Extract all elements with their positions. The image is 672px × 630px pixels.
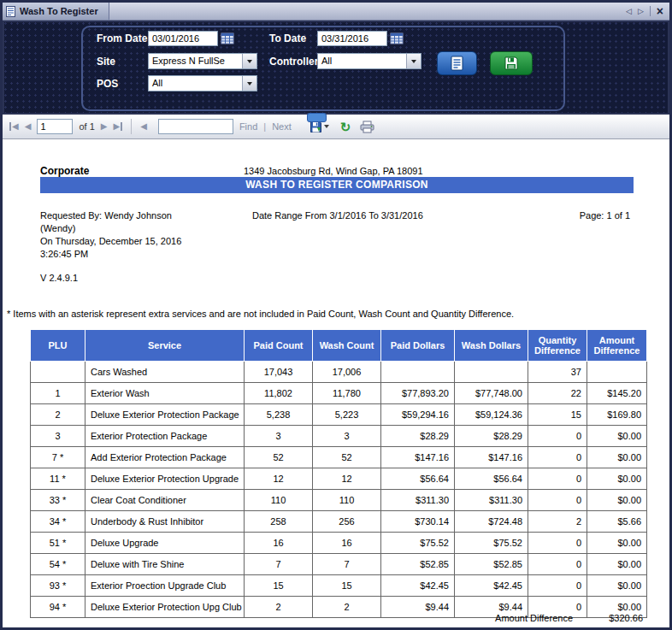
table-cell: 52: [313, 447, 381, 468]
table-cell: $75.52: [455, 533, 528, 554]
table-cell: [381, 362, 455, 383]
table-cell: $42.45: [455, 575, 528, 597]
floppy-disk-icon: [504, 56, 519, 71]
requested-by-line: On Thursday, December 15, 2016: [40, 235, 181, 248]
view-report-button[interactable]: [437, 51, 477, 75]
controller-label: Controller: [269, 56, 318, 68]
table-cell: 16: [313, 533, 381, 554]
table-cell: 1: [31, 383, 85, 404]
table-cell: $169.80: [587, 404, 647, 426]
titlebar: Wash To Register ◁ ▷ ×: [3, 3, 669, 21]
from-date-label: From Date: [97, 32, 147, 44]
next-page-icon[interactable]: ▶: [101, 122, 108, 131]
export-button[interactable]: [309, 121, 329, 133]
table-row: 51 *Deluxe Upgrade1616$75.52$75.520$0.00: [31, 533, 647, 554]
date-range-label: Date Range From 3/1/2016 To 3/31/2016: [252, 210, 423, 221]
app-window: Wash To Register ◁ ▷ × From Date To Date: [0, 0, 672, 630]
refresh-icon[interactable]: ↻: [340, 121, 351, 133]
table-row: 1Exterior Wash11,80211,780$77,893.20$77,…: [31, 383, 647, 404]
table-cell: $52.85: [381, 554, 455, 575]
table-cell: 3: [31, 426, 85, 447]
table-cell: $28.29: [381, 426, 455, 447]
pos-select-value: All: [149, 76, 242, 91]
table-row: 33 *Clear Coat Conditioner110110$311.30$…: [31, 490, 647, 511]
report-title-banner: WASH TO REGISTER COMPARISON: [40, 177, 634, 193]
column-header-wash-dollars: Wash Dollars: [455, 330, 528, 362]
table-cell: 3: [245, 426, 313, 447]
table-cell: 22: [528, 383, 587, 404]
controller-select[interactable]: All: [317, 53, 421, 69]
last-page-icon[interactable]: ▶: [113, 122, 122, 131]
export-disk-icon: [309, 121, 322, 133]
table-cell: $5.66: [587, 511, 647, 533]
table-cell: $0.00: [587, 426, 647, 447]
previous-page-icon[interactable]: ◀: [25, 122, 32, 131]
table-cell: 5,238: [245, 404, 313, 426]
search-input[interactable]: [158, 119, 233, 134]
dropdown-arrow-icon[interactable]: [242, 54, 256, 68]
table-cell: 110: [313, 490, 381, 511]
table-cell: 3: [313, 426, 381, 447]
table-cell: [587, 362, 647, 383]
table-cell: $0.00: [587, 533, 647, 554]
report-document-icon: [451, 56, 463, 71]
table-cell: $145.20: [587, 383, 647, 404]
to-date-calendar-icon[interactable]: [390, 32, 404, 45]
find-link[interactable]: Find: [239, 121, 257, 132]
window-title: Wash To Register: [20, 6, 98, 16]
table-cell: $56.64: [455, 468, 528, 490]
site-select[interactable]: Express N FullSe: [148, 53, 257, 69]
requested-by-block: Requested By: Wendy Johnson (Wendy) On T…: [40, 209, 181, 261]
titlebar-separator: [650, 6, 651, 16]
to-date-label: To Date: [269, 32, 306, 44]
table-cell: $59,294.16: [381, 404, 455, 426]
table-row: 54 *Deluxe with Tire Shine77$52.85$52.85…: [31, 554, 647, 575]
table-cell: 7: [245, 554, 313, 575]
dropdown-arrow-icon[interactable]: [242, 76, 256, 91]
table-cell: [455, 362, 528, 383]
table-cell: Add Exterior Protection Package: [85, 447, 245, 468]
report-page: Corporate 1349 Jacobsburg Rd, Wind Gap, …: [3, 139, 669, 627]
export-caret-icon: [324, 125, 329, 128]
pos-select[interactable]: All: [148, 75, 257, 91]
table-header-row: PLU Service Paid Count Wash Count Paid D…: [31, 330, 647, 362]
requested-by-line: 3:26:45 PM: [40, 248, 181, 261]
table-row: Cars Washed17,04317,00637: [31, 362, 647, 383]
table-cell: 0: [528, 468, 587, 490]
table-cell: 16: [245, 533, 313, 554]
from-date-calendar-icon[interactable]: [221, 32, 234, 45]
save-button[interactable]: [490, 51, 533, 75]
page-count-label: of 1: [79, 121, 94, 132]
table-cell: Cars Washed: [85, 362, 245, 383]
to-date-input[interactable]: [317, 31, 387, 46]
table-cell: 7 *: [31, 447, 85, 468]
parent-report-icon[interactable]: ◀: [140, 122, 147, 131]
column-header-wash-count: Wash Count: [313, 330, 381, 362]
first-page-icon[interactable]: ◀: [9, 122, 19, 131]
scroll-tabs-left-icon[interactable]: ◁: [626, 8, 632, 15]
window-tab[interactable]: Wash To Register: [3, 3, 109, 20]
table-cell: 0: [528, 490, 587, 511]
dropdown-arrow-icon[interactable]: [406, 54, 421, 68]
table-cell: 2: [31, 404, 85, 426]
close-icon[interactable]: ×: [657, 5, 663, 17]
print-icon[interactable]: [360, 121, 374, 133]
table-cell: 15: [528, 404, 587, 426]
table-cell: 34 *: [31, 511, 85, 533]
page-number-input[interactable]: [37, 119, 73, 134]
column-header-service: Service: [85, 330, 245, 362]
table-cell: $77,748.00: [455, 383, 528, 404]
column-header-paid-count: Paid Count: [245, 330, 313, 362]
table-cell: Deluxe Exterior Protection Package: [85, 404, 245, 426]
table-cell: $75.52: [381, 533, 455, 554]
next-link[interactable]: Next: [272, 121, 292, 132]
table-cell: $730.14: [381, 511, 455, 533]
table-cell: $42.45: [381, 575, 455, 597]
scroll-tabs-right-icon[interactable]: ▷: [638, 8, 644, 15]
site-label: Site: [97, 56, 115, 68]
toolbar-separator: [131, 119, 132, 134]
table-cell: 54 *: [31, 554, 85, 575]
from-date-input[interactable]: [148, 31, 218, 46]
table-cell: 11,780: [313, 383, 381, 404]
column-header-paid-dollars: Paid Dollars: [381, 330, 455, 362]
